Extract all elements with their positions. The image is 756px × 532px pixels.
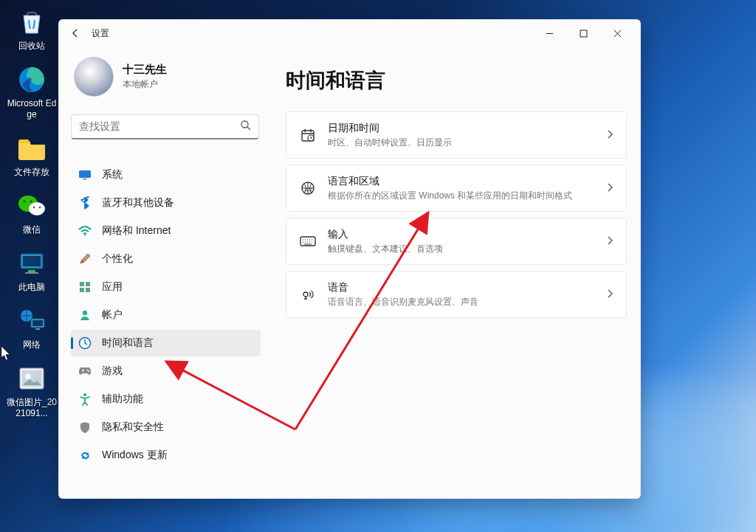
wechat-icon: [16, 190, 48, 222]
desktop-icon-label: 文件存放: [14, 167, 49, 178]
chevron-right-icon: [607, 128, 613, 142]
close-button[interactable]: [600, 21, 634, 45]
desktop-icon-edge[interactable]: Microsoft Edge: [4, 63, 59, 120]
desktop-icon-label: 微信图片_2021091...: [5, 397, 58, 419]
svg-point-19: [241, 121, 248, 128]
folder-icon: [16, 132, 48, 165]
profile-block[interactable]: 十三先生 本地帐户: [71, 46, 261, 104]
main-pane: 时间和语言 日期和时间时区、自动时钟设置、日历显示 A字 语言和区域根据你所在的…: [268, 46, 640, 498]
nav-label: 辅助功能: [102, 393, 143, 406]
card-title: 语音: [328, 281, 595, 294]
nav-personalize[interactable]: 个性化: [71, 246, 261, 272]
svg-rect-24: [86, 282, 90, 286]
nav-system[interactable]: 系统: [71, 162, 261, 188]
svg-rect-23: [80, 282, 84, 286]
svg-point-27: [83, 311, 87, 315]
card-date-time[interactable]: 日期和时间时区、自动时钟设置、日历显示: [286, 111, 627, 159]
apps-icon: [78, 280, 92, 294]
svg-rect-26: [86, 288, 90, 292]
desktop-icon-label: 网络: [23, 339, 41, 350]
svg-rect-9: [28, 270, 35, 272]
personalize-icon: [78, 252, 92, 266]
card-title: 语言和区域: [328, 175, 595, 188]
card-desc: 语音语言、语音识别麦克风设置、声音: [328, 296, 595, 308]
nav-accessibility[interactable]: 辅助功能: [71, 386, 261, 412]
nav-account[interactable]: 帐户: [71, 302, 261, 328]
nav-bluetooth[interactable]: 蓝牙和其他设备: [71, 190, 261, 216]
desktop-icons: 回收站 Microsoft Edge 文件存放 微信 此电脑 网络 微信图片: [4, 6, 63, 431]
nav-apps[interactable]: 应用: [71, 274, 261, 300]
privacy-icon: [78, 421, 92, 434]
accessibility-icon: [78, 393, 92, 406]
chevron-right-icon: [607, 182, 613, 195]
svg-rect-20: [79, 170, 91, 178]
search-input[interactable]: [79, 121, 240, 132]
nav-list: 系统 蓝牙和其他设备 网络和 Internet 个性化 应用 帐户 时间和语言 …: [71, 162, 261, 469]
time-lang-icon: [78, 336, 92, 350]
svg-point-3: [23, 200, 25, 202]
card-desc: 根据你所在的区域设置 Windows 和某些应用的日期和时间格式: [328, 190, 595, 202]
desktop-icon-wechat[interactable]: 微信: [4, 190, 59, 235]
card-input[interactable]: 输入触摸键盘、文本建议、首选项: [286, 218, 627, 265]
nav-label: 蓝牙和其他设备: [102, 196, 174, 210]
card-voice[interactable]: 语音语音语言、语音识别麦克风设置、声音: [286, 271, 627, 318]
svg-rect-18: [580, 30, 587, 37]
desktop-icon-file-storage[interactable]: 文件存放: [4, 132, 59, 178]
card-desc: 触摸键盘、文本建议、首选项: [328, 243, 595, 255]
card-language-region[interactable]: A字 语言和区域根据你所在的区域设置 Windows 和某些应用的日期和时间格式: [286, 165, 627, 212]
nav-label: 隐私和安全性: [102, 421, 164, 434]
svg-point-29: [87, 370, 89, 371]
svg-rect-25: [80, 288, 84, 292]
chevron-right-icon: [607, 288, 613, 301]
titlebar: 设置: [59, 20, 640, 46]
desktop-icon-label: 微信: [23, 224, 41, 235]
bluetooth-icon: [78, 196, 92, 210]
nav-gaming[interactable]: 游戏: [71, 358, 261, 384]
chevron-right-icon: [607, 235, 613, 248]
nav-label: 系统: [102, 168, 123, 182]
wifi-icon: [78, 224, 92, 238]
nav-privacy[interactable]: 隐私和安全性: [71, 414, 261, 441]
system-icon: [78, 168, 92, 182]
card-desc: 时区、自动时钟设置、日历显示: [328, 137, 595, 149]
svg-point-31: [83, 393, 86, 396]
keyboard-icon: [300, 233, 316, 249]
svg-rect-13: [32, 320, 43, 326]
nav-label: 帐户: [102, 308, 123, 322]
desktop-icon-wechat-image[interactable]: 微信图片_2021091...: [4, 362, 59, 419]
image-thumb-icon: [16, 362, 48, 395]
nav-label: Windows 更新: [102, 449, 168, 462]
minimize-button[interactable]: [532, 21, 566, 45]
back-button[interactable]: [69, 27, 81, 39]
gaming-icon: [78, 365, 92, 378]
svg-point-4: [30, 200, 32, 202]
nav-label: 时间和语言: [102, 336, 154, 350]
edge-icon: [16, 63, 48, 96]
globe-icon: A字: [300, 180, 316, 196]
desktop-icon-label: Microsoft Edge: [5, 98, 58, 120]
desktop-icon-recycle-bin[interactable]: 回收站: [4, 6, 59, 52]
maximize-button[interactable]: [566, 21, 600, 45]
svg-point-37: [303, 292, 308, 297]
svg-point-17: [25, 373, 31, 379]
desktop-icon-network[interactable]: 网络: [4, 305, 59, 350]
search-box[interactable]: [71, 114, 259, 139]
profile-name: 十三先生: [123, 63, 167, 77]
nav-network[interactable]: 网络和 Internet: [71, 218, 261, 244]
svg-rect-21: [83, 179, 87, 180]
window-title: 设置: [92, 27, 109, 40]
page-title: 时间和语言: [286, 67, 627, 94]
svg-rect-14: [35, 328, 40, 330]
svg-rect-10: [25, 272, 38, 274]
nav-time-language[interactable]: 时间和语言: [71, 330, 261, 356]
svg-point-6: [39, 207, 41, 209]
desktop-icon-label: 此电脑: [18, 282, 45, 293]
profile-subtitle: 本地帐户: [123, 78, 167, 91]
desktop-icon-this-pc[interactable]: 此电脑: [4, 247, 59, 293]
avatar: [74, 57, 114, 97]
svg-point-2: [29, 202, 45, 215]
voice-icon: [300, 286, 316, 303]
nav-label: 应用: [102, 280, 123, 294]
this-pc-icon: [16, 247, 48, 280]
nav-windows-update[interactable]: Windows 更新: [71, 442, 261, 469]
